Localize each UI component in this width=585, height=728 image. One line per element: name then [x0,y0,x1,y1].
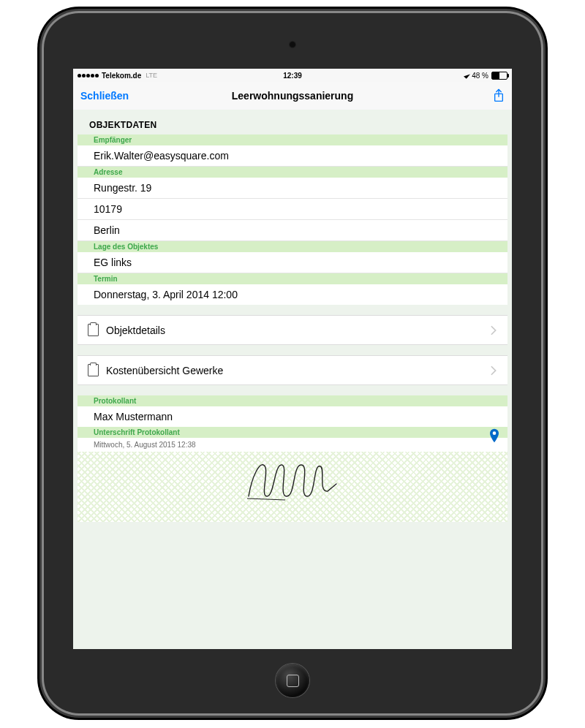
app-screen: Telekom.de LTE 12:39 48 % Schließen Leer… [73,69,512,649]
form-content: OBJEKTDATEN Empfänger Erik.Walter@easysq… [73,110,512,649]
field-label-adresse: Adresse [78,167,507,178]
field-value-empfaenger[interactable]: Erik.Walter@easysquare.com [78,145,507,167]
chevron-right-icon [490,325,497,335]
chevron-right-icon [490,365,497,376]
home-button[interactable] [276,664,309,697]
section-header-objektdaten: OBJEKTDATEN [73,110,512,134]
link-label-objektdetails: Objektdetails [106,325,165,336]
clipboard-icon [88,364,99,376]
signature-timestamp: Mittwoch, 5. August 2015 12:38 [78,438,507,452]
close-button[interactable]: Schließen [80,90,129,102]
ipad-camera [289,41,296,48]
link-kostenuebersicht[interactable]: Kostenübersicht Gewerke [78,355,507,385]
field-value-lage[interactable]: EG links [78,252,507,273]
location-icon [464,72,470,78]
field-value-termin[interactable]: Donnerstag, 3. April 2014 12:00 [78,284,507,305]
signature-stroke [234,456,351,507]
link-objektdetails[interactable]: Objektdetails [78,315,507,345]
field-label-termin: Termin [78,273,507,284]
home-button-icon [287,675,299,687]
section-gap [73,345,512,355]
field-label-empfaenger: Empfänger [78,134,507,145]
field-value-city[interactable]: Berlin [78,220,507,241]
share-icon [493,88,505,103]
carrier-label: Telekom.de [102,72,141,80]
field-label-lage: Lage des Objektes [78,241,507,252]
field-value-zip[interactable]: 10179 [78,199,507,220]
section-gap [73,385,512,395]
signature-field[interactable] [78,452,507,522]
network-type: LTE [146,72,157,79]
navigation-bar: Schließen Leerwohnungssanierung [73,82,512,110]
signal-strength-icon [78,74,99,77]
share-button[interactable] [493,88,505,103]
ipad-device-frame: Telekom.de LTE 12:39 48 % Schließen Leer… [44,13,541,713]
field-value-protokollant[interactable]: Max Mustermann [78,406,507,427]
battery-percent: 48 % [472,72,488,80]
svg-point-1 [493,431,497,435]
section-gap [73,305,512,315]
field-label-unterschrift: Unterschrift Protokollant [78,427,507,438]
clipboard-icon [88,324,99,336]
field-label-protokollant: Protokollant [78,395,507,406]
location-pin-icon[interactable] [488,428,500,444]
field-value-street[interactable]: Rungestr. 19 [78,178,507,199]
battery-icon [491,72,507,80]
signature-timestamp-text: Mittwoch, 5. August 2015 12:38 [94,441,196,449]
page-title: Leerwohnungssanierung [232,90,353,102]
link-label-kosten: Kostenübersicht Gewerke [106,365,223,376]
status-bar: Telekom.de LTE 12:39 48 % [73,69,512,82]
status-time: 12:39 [283,72,302,80]
